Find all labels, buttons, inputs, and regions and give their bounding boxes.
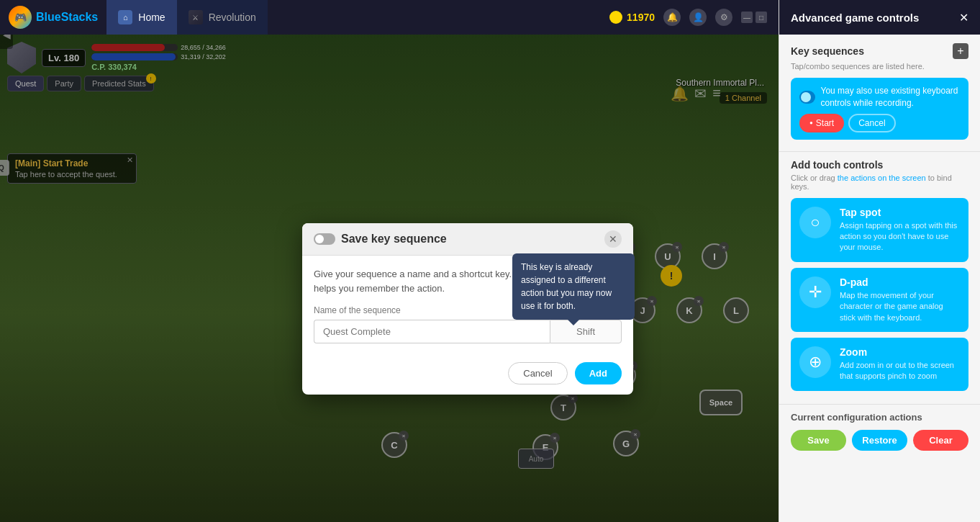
home-icon: ⌂: [118, 10, 132, 24]
recording-toggle[interactable]: [799, 91, 815, 104]
app-logo: 🎮 BlueStacks: [0, 6, 106, 29]
top-bar: 🎮 BlueStacks ⌂ Home ⚔ Revolution 11970 🔔…: [0, 0, 779, 35]
panel-header: Advanced game controls ✕: [779, 0, 980, 35]
maximize-button[interactable]: □: [756, 12, 767, 23]
coin-icon: [609, 11, 622, 24]
sequence-key-input[interactable]: [550, 320, 622, 343]
window-controls: — □: [741, 12, 767, 23]
tooltip-bubble: This key is already assigned to a differ…: [512, 253, 635, 320]
save-key-sequence-dialog: Save key sequence ✕ Give your sequence a…: [302, 223, 633, 395]
zoom-card-desc: Add zoom in or out to the screen that su…: [840, 360, 960, 382]
tap-spot-desc: Assign tapping on a spot with this actio…: [840, 220, 960, 253]
recording-card: You may also use existing keyboard contr…: [791, 78, 968, 140]
tooltip-text: This key is already assigned to a differ…: [521, 262, 612, 311]
key-sequences-section: Key sequences + Tap/combo sequences are …: [779, 35, 980, 151]
tap-spot-icon: ○: [810, 213, 820, 232]
dialog-actions: Cancel Add: [302, 355, 633, 395]
restore-config-button[interactable]: Restore: [852, 430, 907, 451]
dialog-close-button[interactable]: ✕: [604, 230, 622, 248]
section-header: Key sequences +: [791, 43, 968, 59]
dialog-title: Save key sequence: [341, 233, 447, 246]
app-name: BlueStacks: [36, 11, 98, 24]
zoom-icon: ⊕: [809, 353, 822, 372]
sequence-name-input[interactable]: [314, 320, 550, 343]
tab-home[interactable]: ⌂ Home: [106, 0, 176, 35]
tap-spot-info: Tap spot Assign tapping on a spot with t…: [840, 207, 960, 253]
right-panel: Advanced game controls ✕ Key sequences +…: [779, 0, 980, 522]
dpad-card-name: D-pad: [840, 276, 960, 288]
tab-home-label: Home: [138, 12, 165, 23]
dpad-icon: ✛: [809, 283, 822, 302]
zoom-info: Zoom Add zoom in or out to the screen th…: [840, 346, 960, 382]
settings-icon[interactable]: ⚙: [715, 9, 732, 26]
recording-text: You may also use existing keyboard contr…: [821, 85, 960, 109]
touch-controls-section: Add touch controls Click or drag the act…: [779, 151, 980, 404]
top-bar-right: 11970 🔔 👤 ⚙ — □: [609, 9, 779, 26]
tap-spot-icon-box: ○: [799, 207, 831, 238]
panel-scroll: Key sequences + Tap/combo sequences are …: [779, 35, 980, 522]
recording-buttons: Start Cancel: [799, 114, 960, 132]
coin-display: 11970: [609, 11, 655, 24]
zoom-card[interactable]: ⊕ Zoom Add zoom in or out to the screen …: [791, 338, 968, 391]
dialog-toggle[interactable]: [314, 233, 335, 245]
game-background: 🎮 BlueStacks ⌂ Home ⚔ Revolution 11970 🔔…: [0, 0, 779, 522]
touch-controls-subtitle: Click or drag the actions on the screen …: [791, 174, 968, 191]
add-button[interactable]: Add: [575, 362, 622, 384]
tap-spot-card[interactable]: ○ Tap spot Assign tapping on a spot with…: [791, 198, 968, 262]
config-actions: Save Restore Clear: [791, 430, 968, 451]
save-config-button[interactable]: Save: [791, 430, 846, 451]
zoom-card-name: Zoom: [840, 346, 960, 358]
dpad-icon-box: ✛: [799, 276, 831, 308]
touch-controls-title: Add touch controls: [791, 159, 968, 171]
panel-title: Advanced game controls: [791, 12, 919, 24]
coin-amount: 11970: [627, 12, 655, 23]
dpad-card[interactable]: ✛ D-pad Map the movement of your charact…: [791, 268, 968, 332]
cancel-recording-button[interactable]: Cancel: [848, 114, 895, 132]
account-icon[interactable]: 👤: [689, 9, 707, 26]
dpad-info: D-pad Map the movement of your character…: [840, 276, 960, 323]
dialog-header: Save key sequence ✕: [302, 223, 633, 256]
clear-config-button[interactable]: Clear: [913, 430, 968, 451]
zoom-icon-box: ⊕: [799, 346, 831, 378]
dpad-card-desc: Map the movement of your character or th…: [840, 290, 960, 323]
key-sequences-subtitle: Tap/combo sequences are listed here.: [791, 62, 968, 71]
minimize-button[interactable]: —: [741, 12, 753, 23]
recording-row: You may also use existing keyboard contr…: [799, 85, 960, 109]
config-section: Current configuration actions Save Resto…: [779, 404, 980, 456]
notification-icon[interactable]: 🔔: [663, 9, 681, 26]
revolution-icon: ⚔: [189, 10, 203, 24]
tab-revolution[interactable]: ⚔ Revolution: [177, 0, 268, 35]
tab-revolution-label: Revolution: [209, 12, 256, 23]
cancel-button[interactable]: Cancel: [508, 362, 567, 384]
add-sequence-button[interactable]: +: [953, 43, 968, 59]
start-recording-button[interactable]: Start: [799, 114, 844, 132]
config-title: Current configuration actions: [791, 412, 968, 423]
panel-close-button[interactable]: ✕: [959, 11, 968, 24]
key-sequences-title: Key sequences: [791, 45, 864, 57]
tap-spot-name: Tap spot: [840, 207, 960, 218]
bluestacks-icon: 🎮: [9, 6, 32, 29]
